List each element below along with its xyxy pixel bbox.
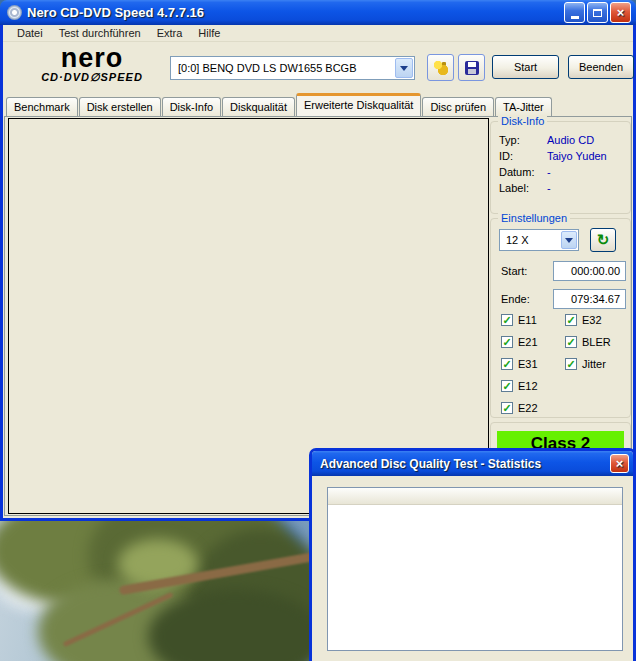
- checkbox-label: BLER: [582, 336, 611, 348]
- close-button[interactable]: ×: [610, 2, 631, 23]
- checkbox-e21[interactable]: ✓E21: [501, 331, 538, 353]
- refresh-button[interactable]: ↻: [590, 228, 616, 252]
- nero-logo-text: nero: [17, 45, 167, 71]
- tab-benchmark[interactable]: Benchmark: [6, 97, 78, 116]
- start-button[interactable]: Start: [492, 55, 559, 79]
- checkbox-label: Jitter: [582, 358, 606, 370]
- checkbox-e31[interactable]: ✓E31: [501, 353, 538, 375]
- end-time-field[interactable]: 079:34.67: [553, 289, 626, 309]
- desktop-wallpaper: [0, 521, 309, 661]
- disk-info-value: Audio CD: [547, 134, 594, 146]
- checkbox-jitter[interactable]: ✓Jitter: [565, 353, 611, 375]
- quit-button[interactable]: Beenden: [568, 55, 634, 79]
- save-icon: [465, 61, 479, 75]
- settings-group: Einstellungen 12 X ↻ Start: 000:00.00 En…: [490, 218, 631, 418]
- drive-select-dropdown-button[interactable]: [395, 58, 413, 78]
- checks-right: ✓E32✓BLER✓Jitter: [565, 309, 611, 375]
- checkbox-label: E21: [518, 336, 538, 348]
- stats-dialog-title: Advanced Disc Quality Test - Statistics: [320, 457, 541, 471]
- disk-info-label: Label:: [499, 182, 547, 194]
- stats-dialog-titlebar[interactable]: Advanced Disc Quality Test - Statistics …: [312, 451, 633, 476]
- menu-item-test-durchf-hren[interactable]: Test durchführen: [51, 26, 149, 40]
- menu-item-datei[interactable]: Datei: [9, 26, 51, 40]
- checkbox-checked-icon: ✓: [565, 336, 577, 348]
- chevron-down-icon: [400, 66, 408, 71]
- disk-info-row: ID:Taiyo Yuden: [491, 148, 630, 164]
- eject-disc-icon: [433, 60, 449, 76]
- settings-title: Einstellungen: [498, 212, 570, 224]
- checkbox-label: E12: [518, 380, 538, 392]
- checkbox-e22[interactable]: ✓E22: [501, 397, 538, 419]
- stats-dialog: Advanced Disc Quality Test - Statistics …: [309, 448, 636, 661]
- menu-bar: DateiTest durchführenExtraHilfe: [3, 25, 633, 42]
- speed-select[interactable]: 12 X: [499, 229, 579, 251]
- save-button[interactable]: [458, 54, 485, 81]
- disk-info-title: Disk-Info: [498, 115, 547, 127]
- start-time-field[interactable]: 000:00.00: [553, 261, 626, 281]
- speed-select-dropdown-button[interactable]: [561, 231, 577, 249]
- tab-disk-erstellen[interactable]: Disk erstellen: [79, 97, 161, 116]
- stats-dialog-close-button[interactable]: ×: [610, 454, 629, 473]
- checkbox-checked-icon: ✓: [501, 380, 513, 392]
- end-time-label: Ende:: [501, 293, 530, 305]
- maximize-button[interactable]: [587, 2, 608, 23]
- disk-info-row: Datum:-: [491, 164, 630, 180]
- checkbox-e12[interactable]: ✓E12: [501, 375, 538, 397]
- checkbox-label: E11: [518, 314, 537, 326]
- disk-info-label: Typ:: [499, 134, 547, 146]
- drive-select[interactable]: [0:0] BENQ DVD LS DW1655 BCGB: [170, 56, 415, 80]
- disk-info-value: -: [547, 166, 551, 178]
- tab-strip: BenchmarkDisk erstellenDisk-InfoDiskqual…: [6, 93, 630, 116]
- checkbox-label: E31: [518, 358, 538, 370]
- stats-table: [327, 487, 623, 651]
- tab-disk-info[interactable]: Disk-Info: [162, 97, 221, 116]
- main-window-body: DateiTest durchführenExtraHilfe nero CD·…: [0, 25, 636, 521]
- chevron-down-icon: [565, 238, 573, 243]
- tab-ta-jitter[interactable]: TA-Jitter: [495, 97, 552, 116]
- drive-select-value: [0:0] BENQ DVD LS DW1655 BCGB: [178, 62, 357, 74]
- checkbox-label: E22: [518, 402, 538, 414]
- disk-info-label: Datum:: [499, 166, 547, 178]
- app-cd-icon: [7, 5, 22, 20]
- nero-logo: nero CD·DVD∅SPEED: [17, 45, 167, 84]
- start-time-label: Start:: [501, 265, 527, 277]
- minimize-button[interactable]: [564, 2, 585, 23]
- stats-table-header: [328, 488, 622, 505]
- stats-table-body: [328, 505, 622, 507]
- tab-diskqualit-t[interactable]: Diskqualität: [222, 97, 295, 116]
- checkbox-e11[interactable]: ✓E11: [501, 309, 538, 331]
- cdspeed-logo-text: CD·DVD∅SPEED: [17, 71, 167, 84]
- speed-select-value: 12 X: [506, 234, 529, 246]
- refresh-icon: ↻: [597, 231, 610, 249]
- checkbox-bler[interactable]: ✓BLER: [565, 331, 611, 353]
- checkbox-checked-icon: ✓: [565, 314, 577, 326]
- disk-info-row: Typ:Audio CD: [491, 132, 630, 148]
- disk-info-value: -: [547, 182, 551, 194]
- checkbox-checked-icon: ✓: [501, 336, 513, 348]
- disk-info-value: Taiyo Yuden: [547, 150, 607, 162]
- checkbox-checked-icon: ✓: [501, 358, 513, 370]
- window-title: Nero CD-DVD Speed 4.7.7.16: [27, 5, 204, 20]
- menu-item-extra[interactable]: Extra: [149, 26, 191, 40]
- checkbox-e32[interactable]: ✓E32: [565, 309, 611, 331]
- main-window-titlebar[interactable]: Nero CD-DVD Speed 4.7.7.16 ×: [0, 0, 636, 25]
- tab-disc-pr-fen[interactable]: Disc prüfen: [422, 97, 494, 116]
- tab-erweiterte-diskqualit-t[interactable]: Erweiterte Diskqualität: [296, 93, 421, 116]
- disk-info-rows: Typ:Audio CDID:Taiyo YudenDatum:-Label:-: [491, 132, 630, 196]
- checks-left: ✓E11✓E21✓E31✓E12✓E22: [501, 309, 538, 419]
- toolbar: nero CD·DVD∅SPEED [0:0] BENQ DVD LS DW16…: [3, 42, 633, 93]
- checkbox-checked-icon: ✓: [501, 402, 513, 414]
- menu-item-hilfe[interactable]: Hilfe: [190, 26, 228, 40]
- disk-info-label: ID:: [499, 150, 547, 162]
- checkbox-checked-icon: ✓: [565, 358, 577, 370]
- checkbox-label: E32: [582, 314, 602, 326]
- disk-info-group: Disk-Info Typ:Audio CDID:Taiyo YudenDatu…: [490, 121, 631, 214]
- disk-info-row: Label:-: [491, 180, 630, 196]
- eject-disc-button[interactable]: [427, 54, 454, 81]
- checkbox-checked-icon: ✓: [501, 314, 513, 326]
